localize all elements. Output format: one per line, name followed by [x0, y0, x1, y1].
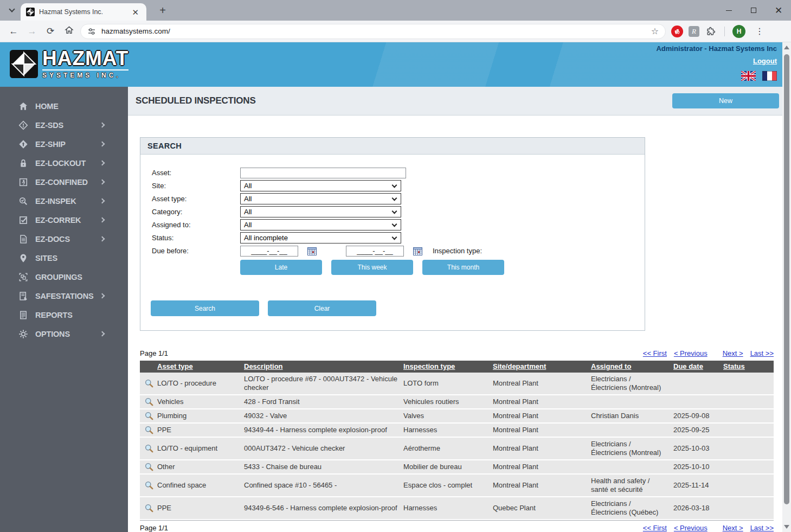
- previous-page-link[interactable]: < Previous: [674, 349, 708, 357]
- status-select[interactable]: All incomplete: [240, 232, 401, 243]
- sidebar-item-ez-docs[interactable]: EZ-DOCS: [0, 229, 128, 248]
- due-before-to-input[interactable]: [346, 246, 404, 257]
- col-asset-type[interactable]: Asset type: [157, 361, 244, 373]
- due-before-from-input[interactable]: [240, 246, 298, 257]
- table-row[interactable]: PPE94349-6-546 - Harness complete explos…: [140, 497, 774, 520]
- sidebar-item-ez-correk[interactable]: EZ-CORREK: [0, 210, 128, 229]
- magnifier-icon[interactable]: [144, 411, 154, 421]
- sidebar-item-groupings[interactable]: GROUPINGS: [0, 267, 128, 286]
- col-assigned-to[interactable]: Assigned to: [591, 361, 673, 373]
- table-row[interactable]: PPE94349-44 - Harness complete explosion…: [140, 424, 774, 438]
- magnifier-icon[interactable]: [144, 503, 154, 513]
- cell-due-date: 2025-11-14: [673, 479, 723, 492]
- first-page-link[interactable]: << First: [643, 349, 667, 357]
- table-row[interactable]: Plumbing49032 - ValveValvesMontreal Plan…: [140, 409, 774, 424]
- col-description[interactable]: Description: [244, 361, 403, 373]
- next-page-link[interactable]: Next >: [723, 349, 743, 357]
- window-maximize-button[interactable]: [741, 0, 766, 21]
- extensions-puzzle-icon[interactable]: [705, 25, 717, 37]
- window-close-button[interactable]: ✕: [766, 0, 791, 21]
- forward-button[interactable]: →: [23, 26, 41, 37]
- this-week-filter-button[interactable]: This week: [331, 260, 413, 275]
- reload-button[interactable]: ⟳: [41, 25, 60, 37]
- tab-title: Hazmat Systems Inc.: [39, 8, 125, 16]
- table-row[interactable]: LO/TO - equipment000AUT3472 - Vehicule c…: [140, 438, 774, 460]
- magnifier-icon[interactable]: [144, 480, 154, 490]
- site-settings-icon[interactable]: [87, 27, 96, 36]
- clear-button[interactable]: Clear: [268, 300, 376, 316]
- sidebar-item-options[interactable]: OPTIONS: [0, 324, 128, 343]
- cell-due-date: 2025-10-03: [673, 442, 723, 455]
- cell-asset-type: PPE: [157, 502, 244, 515]
- cell-description: 49032 - Valve: [244, 409, 403, 422]
- search-button[interactable]: Search: [151, 300, 259, 316]
- calendar-icon[interactable]: [307, 247, 317, 255]
- cell-description: 94349-44 - Harness complete explosion-pr…: [244, 424, 403, 437]
- bookmark-star-icon[interactable]: ☆: [651, 26, 659, 36]
- asset-type-select[interactable]: All: [240, 193, 401, 204]
- col-due-date[interactable]: Due date: [673, 361, 723, 373]
- logout-link[interactable]: Logout: [753, 57, 777, 65]
- table-row[interactable]: Other5433 - Chaise de bureauMobilier de …: [140, 460, 774, 475]
- browser-menu-icon[interactable]: ⋮: [751, 26, 770, 36]
- assigned-to-select[interactable]: All: [240, 219, 401, 230]
- cell-assigned-to: [591, 465, 673, 469]
- sidebar-item-ez-lockout[interactable]: EZ-LOCKOUT: [0, 153, 128, 172]
- pager-links: << First< PreviousNext >Last >>: [636, 524, 774, 532]
- new-tab-button[interactable]: +: [156, 4, 169, 17]
- browser-tab[interactable]: Hazmat Systems Inc. ✕: [21, 3, 146, 21]
- asset-input[interactable]: [240, 168, 406, 178]
- adblock-hand-extension-icon[interactable]: [671, 25, 683, 37]
- sds-icon: [18, 120, 28, 130]
- calendar-icon[interactable]: [413, 247, 422, 255]
- category-select[interactable]: All: [240, 206, 401, 217]
- sidebar-item-sites[interactable]: SITES: [0, 248, 128, 267]
- previous-page-link[interactable]: < Previous: [674, 524, 708, 532]
- window-minimize-button[interactable]: [716, 0, 741, 21]
- docs-icon: [18, 234, 28, 244]
- home-button[interactable]: [60, 25, 78, 37]
- new-inspection-button[interactable]: New: [672, 93, 779, 108]
- french-flag-icon[interactable]: [762, 71, 777, 81]
- sidebar-item-ez-sds[interactable]: EZ-SDS: [0, 116, 128, 134]
- site-select[interactable]: All: [240, 180, 401, 191]
- tab-search-chevron-icon[interactable]: [5, 4, 18, 17]
- last-page-link[interactable]: Last >>: [750, 524, 774, 532]
- url-text[interactable]: hazmatsystems.com/: [101, 27, 646, 35]
- url-bar[interactable]: hazmatsystems.com/ ☆: [80, 24, 666, 39]
- col-inspection-type[interactable]: Inspection type: [403, 361, 493, 373]
- magnifier-icon[interactable]: [144, 425, 154, 435]
- magnifier-icon[interactable]: [144, 462, 154, 472]
- back-button[interactable]: ←: [4, 26, 23, 37]
- tab-close-icon[interactable]: ✕: [130, 7, 141, 17]
- next-page-link[interactable]: Next >: [723, 524, 743, 532]
- late-filter-button[interactable]: Late: [240, 260, 322, 275]
- table-row[interactable]: Confined spaceConfined space #10 - 56465…: [140, 475, 774, 497]
- table-row[interactable]: Vehicles428 - Ford TransitVehicules rout…: [140, 395, 774, 409]
- inspek-icon: [18, 196, 28, 206]
- first-page-link[interactable]: << First: [643, 524, 667, 532]
- magnifier-icon[interactable]: [144, 444, 154, 453]
- scrollbar-down-icon[interactable]: [784, 525, 789, 529]
- cell-inspection-type: Espace clos - complet: [403, 479, 493, 492]
- table-row[interactable]: LO/TO - procedureLO/TO - procedure #67 -…: [140, 373, 774, 395]
- english-flag-icon[interactable]: [741, 71, 756, 81]
- r-extension-icon[interactable]: R: [689, 26, 699, 37]
- sidebar-item-home[interactable]: HOME: [0, 97, 128, 116]
- this-month-filter-button[interactable]: This month: [422, 260, 504, 275]
- scrollbar-up-icon[interactable]: [784, 46, 789, 49]
- page-scrollbar[interactable]: [782, 42, 791, 532]
- col-site-department[interactable]: Site/department: [493, 361, 591, 373]
- sidebar-item-ez-confined[interactable]: EZ-CONFINED: [0, 172, 128, 191]
- cell-due-date: 2025-10-10: [673, 460, 723, 473]
- sidebar-item-ez-inspek[interactable]: EZ-INSPEK: [0, 191, 128, 210]
- col-status[interactable]: Status: [723, 361, 774, 373]
- sidebar-item-safestations[interactable]: SAFESTATIONS: [0, 286, 128, 305]
- scrollbar-thumb[interactable]: [784, 54, 789, 504]
- last-page-link[interactable]: Last >>: [750, 349, 774, 357]
- magnifier-icon[interactable]: [144, 379, 154, 388]
- magnifier-icon[interactable]: [144, 397, 154, 407]
- sidebar-item-ez-ship[interactable]: EZ-SHIP: [0, 134, 128, 153]
- sidebar-item-reports[interactable]: REPORTS: [0, 305, 128, 324]
- profile-avatar[interactable]: H: [732, 25, 745, 38]
